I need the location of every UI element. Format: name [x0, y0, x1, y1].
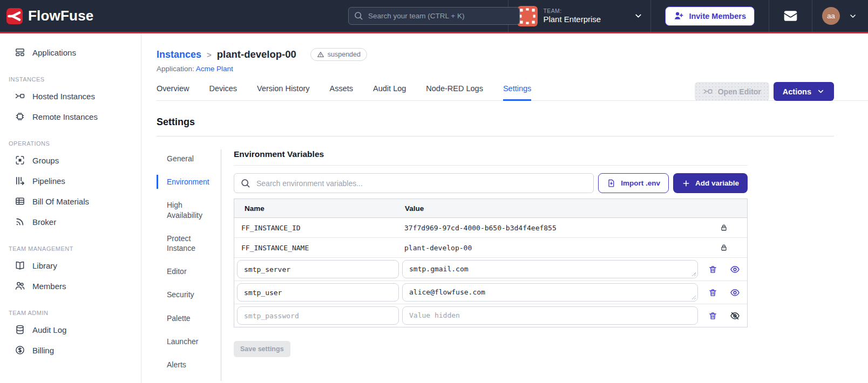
settings-nav-palette[interactable]: Palette — [157, 311, 213, 325]
user-plus-icon — [674, 11, 684, 21]
sidebar-item-library[interactable]: Library — [0, 255, 141, 276]
notifications-button[interactable] — [769, 0, 812, 32]
breadcrumb-instances-link[interactable]: Instances — [157, 49, 201, 60]
invite-members-button[interactable]: Invite Members — [665, 6, 755, 26]
flowfuse-logo-icon — [6, 8, 23, 24]
hosted-instances-icon — [15, 91, 25, 101]
divider — [157, 136, 834, 136]
sidebar-label: Applications — [32, 48, 76, 57]
brand-name: FlowFuse — [28, 8, 94, 24]
plus-icon — [682, 179, 690, 188]
team-search[interactable] — [348, 7, 520, 25]
tab-node-red-logs[interactable]: Node-RED Logs — [426, 84, 483, 101]
library-icon — [15, 260, 25, 271]
tab-assets[interactable]: Assets — [330, 84, 354, 101]
import-env-button[interactable]: Import .env — [598, 173, 669, 193]
chevron-down-icon — [634, 11, 643, 20]
sidebar-label: Pipelines — [32, 176, 65, 186]
table-row: FF_INSTANCE_ID 37f7d969-97cd-4000-b650-b… — [234, 218, 747, 238]
tab-overview[interactable]: Overview — [157, 84, 189, 101]
team-avatar — [517, 6, 538, 26]
team-switcher[interactable]: TEAM: Plant Enterprise — [508, 0, 650, 32]
sidebar-section-team-management: TEAM MANAGEMENT — [0, 245, 141, 252]
env-var-value-input[interactable]: alice@flowfuse.com — [402, 283, 698, 302]
breadcrumb-separator: > — [207, 50, 212, 59]
editor-node-icon — [703, 86, 713, 97]
warning-icon — [317, 51, 324, 58]
settings-nav-high-availability[interactable]: High Availability — [157, 198, 213, 222]
sidebar-label: Billing — [32, 346, 54, 355]
chevron-down-icon — [849, 12, 857, 20]
delete-variable-icon[interactable] — [708, 265, 717, 274]
lock-icon — [720, 243, 728, 252]
env-var-name: FF_INSTANCE_ID — [234, 224, 399, 232]
sidebar-item-bill-of-materials[interactable]: Bill Of Materials — [0, 191, 141, 211]
env-var-name: FF_INSTANCE_NAME — [234, 244, 399, 252]
tab-devices[interactable]: Devices — [209, 84, 237, 101]
show-value-icon[interactable] — [730, 264, 740, 275]
user-avatar: aa — [822, 7, 840, 25]
user-menu[interactable]: aa — [812, 0, 868, 32]
table-header: Name Value — [234, 199, 747, 218]
sidebar-label: Remote Instances — [32, 112, 98, 121]
team-search-input[interactable] — [348, 7, 520, 25]
sidebar-item-pipelines[interactable]: Pipelines — [0, 170, 141, 191]
search-icon — [354, 11, 363, 20]
breadcrumb: Instances > plant-develop-00 suspended — [157, 48, 868, 61]
sidebar-item-broker[interactable]: Broker — [0, 211, 141, 232]
sidebar-label: Library — [32, 261, 57, 270]
settings-nav-environment[interactable]: Environment — [157, 175, 213, 189]
sidebar-item-audit-log[interactable]: Audit Log — [0, 319, 141, 340]
sidebar-label: Audit Log — [32, 325, 66, 334]
sidebar-label: Broker — [32, 217, 56, 227]
env-var-name-input[interactable] — [237, 306, 399, 325]
env-variables-table: Name Value FF_INSTANCE_ID 37f7d969-97cd-… — [234, 199, 748, 327]
actions-button[interactable]: Actions — [774, 82, 834, 101]
settings-nav-alerts[interactable]: Alerts — [157, 358, 213, 372]
env-var-value: plant-develop-00 — [399, 244, 701, 252]
sidebar-label: Groups — [32, 156, 59, 165]
env-var-value-input[interactable]: smtp.gmail.com — [402, 260, 698, 278]
top-navbar: FlowFuse TEAM: Plant Enterprise — [0, 0, 868, 33]
settings-nav: General Environment High Availability Pr… — [157, 149, 221, 381]
sidebar-item-members[interactable]: Members — [0, 276, 141, 296]
env-search-input[interactable] — [234, 173, 594, 193]
application-link[interactable]: Acme Plant — [196, 65, 233, 73]
show-value-icon[interactable] — [730, 288, 740, 298]
env-var-name-input[interactable] — [237, 283, 399, 302]
env-var-name-input[interactable] — [237, 260, 399, 278]
sidebar-item-applications[interactable]: Applications — [0, 42, 141, 63]
sidebar-section-instances: INSTANCES — [0, 76, 141, 83]
chevron-down-icon — [817, 87, 825, 95]
sidebar-item-hosted-instances[interactable]: Hosted Instances — [0, 86, 141, 106]
open-editor-label: Open Editor — [718, 87, 761, 96]
application-row: Application: Acme Plant — [157, 65, 868, 73]
delete-variable-icon[interactable] — [708, 288, 717, 297]
delete-variable-icon[interactable] — [708, 311, 717, 320]
add-variable-button[interactable]: Add variable — [673, 173, 748, 193]
settings-nav-general[interactable]: General — [157, 152, 213, 166]
document-download-icon — [607, 179, 616, 188]
table-row: smtp.gmail.com — [234, 258, 747, 281]
envelope-icon — [783, 9, 798, 23]
team-name: Plant Enterprise — [543, 15, 601, 25]
table-row: alice@flowfuse.com — [234, 281, 747, 304]
table-row — [234, 304, 747, 327]
settings-nav-protect-instance[interactable]: Protect Instance — [157, 231, 213, 255]
env-variables-heading: Environment Variables — [234, 149, 748, 166]
settings-nav-launcher[interactable]: Launcher — [157, 334, 213, 348]
tab-version-history[interactable]: Version History — [257, 84, 310, 101]
sidebar-item-billing[interactable]: Billing — [0, 340, 141, 360]
open-editor-button[interactable]: Open Editor — [695, 82, 769, 101]
hide-value-icon[interactable] — [730, 311, 740, 321]
sidebar-item-groups[interactable]: Groups — [0, 150, 141, 170]
tab-audit-log[interactable]: Audit Log — [373, 84, 406, 101]
flowfuse-logo[interactable]: FlowFuse — [0, 8, 94, 24]
settings-nav-security[interactable]: Security — [157, 288, 213, 302]
sidebar-item-remote-instances[interactable]: Remote Instances — [0, 106, 141, 127]
bill-of-materials-icon — [15, 196, 25, 207]
env-var-value-input[interactable] — [402, 306, 698, 325]
settings-nav-editor[interactable]: Editor — [157, 264, 213, 278]
save-settings-button[interactable]: Save settings — [234, 341, 290, 357]
tab-settings[interactable]: Settings — [503, 84, 531, 101]
